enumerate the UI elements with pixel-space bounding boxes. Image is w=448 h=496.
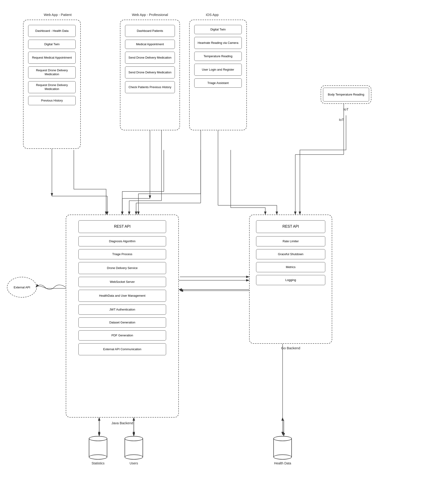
java-item-9: External API Communication [78,343,166,355]
cylinder-bottom-users [124,454,143,460]
health-data-label: Health Data [274,461,291,465]
java-item-6: JWT Authentication [78,305,166,315]
ios-item-1: Digital Twin [194,25,242,34]
java-item-1: Diagnosis Algorithm [78,236,166,246]
cylinder-top-users [124,436,143,441]
wap-item-5: Request Drone Delivery Medication [28,81,76,93]
wapp-item-1: Dashboard Patients [125,25,175,37]
go-item-3: Metrics [256,262,325,272]
ios-item-4: User Login and Register [194,64,242,76]
external-api-box: External API [7,277,37,298]
label-web-app-patient: Web App - Patient [32,13,83,17]
wapp-item-4: Send Drone Delivery Medication [125,66,175,78]
label-java-backend: Java Backend [85,421,159,425]
wapp-item-5: Check Patients Previous History [125,81,175,93]
go-item-4: Logging [256,275,325,285]
ios-item-2: Heartrate Reading via Camera [194,37,242,49]
java-item-8: PDF Generation [78,330,166,341]
java-item-7: Dataset Generation [78,317,166,327]
cylinder-top-statistics [89,436,107,441]
go-item-1: Rate Limiter [256,236,325,246]
wap-item-3: Request Medical Appointment [28,52,76,64]
label-iot-below: IoT [332,107,360,111]
ios-item-5: Triage Assistant [194,78,242,88]
wapp-item-3: Send Drone Delivery Medication [125,52,175,64]
label-web-app-professional: Web App - Professional [120,13,180,17]
statistics-db: Statistics [89,436,107,465]
users-label: Users [130,461,138,465]
iot-item-1: Body Temperature Reading [323,88,369,102]
go-item-2: Graceful Shutdown [256,249,325,259]
cylinder-bottom-health [273,454,292,460]
external-api-label: External API [14,286,30,289]
statistics-label: Statistics [92,461,105,465]
label-iot: IoT [328,118,355,122]
java-item-5: HealthData and User Management [78,290,166,302]
wap-item-4: Request Drone Delivery Medication [28,66,76,78]
cylinder-top-health [273,436,292,441]
diagram-container: Web App - Patient Web App - Professional… [0,0,448,496]
cylinder-body-users [124,439,143,457]
java-rest-api: REST API [78,220,166,233]
users-db: Users [124,436,143,465]
cylinder-bottom-statistics [89,454,107,460]
java-item-2: Triage Process [78,249,166,259]
ios-item-3: Temperature Reading [194,52,242,61]
wap-item-2: Digital Twin [28,40,76,49]
wap-item-6: Previous History [28,96,76,105]
go-rest-api: REST API [256,220,325,233]
cylinder-body-health [273,439,292,457]
cylinder-body-statistics [89,439,107,457]
label-go-backend: Go Backend [254,346,328,350]
java-item-4: WebSocket Server [78,277,166,287]
wap-item-1: Dashboard - Health Data [28,25,76,37]
wapp-item-2: Medical Appointment [125,40,175,49]
java-item-3: Drone Delivery Service [78,262,166,274]
health-data-db: Health Data [273,436,292,465]
label-ios-app: iOS App [189,13,235,17]
